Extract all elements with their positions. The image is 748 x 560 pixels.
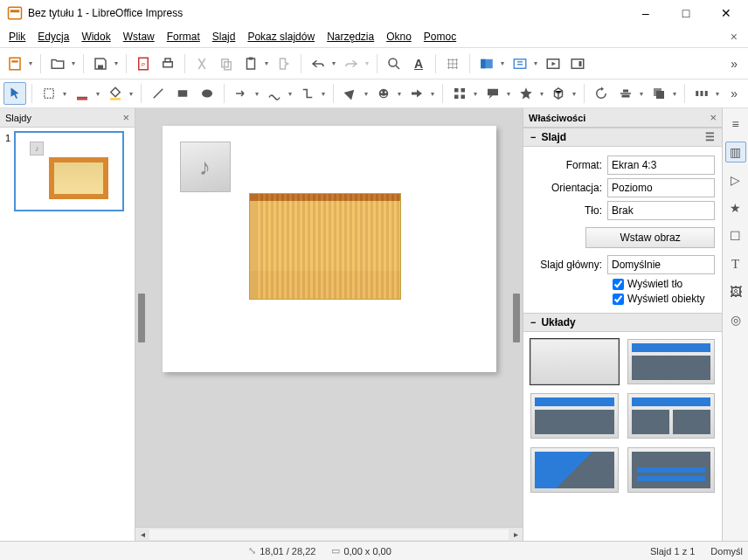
orientation-select[interactable]: Poziomo: [607, 178, 715, 197]
stars-tool[interactable]: ▾: [515, 82, 546, 105]
menu-help[interactable]: Pomoc: [419, 29, 461, 45]
undo-button[interactable]: ▾: [307, 52, 338, 75]
section-slide-header[interactable]: − Slajd ☰: [523, 128, 722, 147]
gutter-right[interactable]: [510, 108, 523, 527]
menu-tools[interactable]: Narzędzia: [322, 29, 379, 45]
export-pdf-button[interactable]: P: [132, 52, 155, 75]
menu-edit[interactable]: Edycja: [32, 29, 74, 45]
select-tool[interactable]: [3, 82, 26, 105]
toolbar-drawing-more[interactable]: »: [724, 83, 745, 104]
display-views-button[interactable]: ▾: [475, 52, 507, 75]
zoom-tool[interactable]: ▾: [38, 82, 69, 105]
new-button[interactable]: ▾: [3, 52, 35, 75]
rotate-tool[interactable]: [590, 82, 613, 105]
format-select[interactable]: Ekran 4:3: [607, 156, 715, 175]
grid-button[interactable]: [441, 52, 464, 75]
menu-format[interactable]: Format: [162, 29, 205, 45]
svg-rect-21: [481, 59, 485, 68]
layout-two-content[interactable]: [627, 393, 716, 439]
svg-rect-25: [579, 61, 582, 66]
cut-button[interactable]: [190, 52, 213, 75]
block-arrows-tool[interactable]: ▾: [405, 82, 437, 105]
rail-sidebar-settings[interactable]: ≡: [725, 114, 746, 135]
slides-panel: Slajdy × 1 ♪: [0, 108, 135, 541]
background-select[interactable]: Brak: [607, 201, 715, 220]
rail-navigator-icon[interactable]: ◎: [725, 309, 746, 330]
copy-button[interactable]: [215, 52, 238, 75]
svg-rect-26: [45, 89, 54, 99]
layout-blank[interactable]: [530, 339, 619, 384]
section-layouts-header[interactable]: − Układy: [523, 313, 722, 332]
show-objects-checkbox[interactable]: [613, 294, 624, 305]
properties-panel-close[interactable]: ×: [710, 111, 717, 124]
start-slideshow-button[interactable]: [542, 52, 564, 75]
redo-button[interactable]: ▾: [340, 52, 371, 75]
layout-title-diag[interactable]: [530, 447, 619, 493]
scroll-right-arrow[interactable]: ▸: [509, 529, 523, 539]
rail-styles-icon[interactable]: T: [725, 253, 746, 274]
rail-properties-icon[interactable]: ▥: [725, 142, 746, 162]
close-button[interactable]: ✕: [706, 0, 746, 26]
distribute-tool[interactable]: ▾: [690, 82, 722, 105]
connector-tool[interactable]: ▾: [296, 82, 328, 105]
gutter-left[interactable]: [135, 108, 148, 527]
show-bg-checkbox[interactable]: [613, 279, 624, 290]
flowchart-tool[interactable]: ▾: [448, 82, 480, 105]
layout-title-content[interactable]: [627, 339, 716, 384]
fill-color-button[interactable]: ▾: [104, 82, 135, 105]
maximize-button[interactable]: □: [666, 0, 706, 26]
align-tool[interactable]: ▾: [614, 82, 646, 105]
scroll-left-arrow[interactable]: ◂: [135, 529, 149, 539]
h-scrollbar[interactable]: ◂ ▸: [135, 527, 523, 541]
find-button[interactable]: [383, 52, 405, 75]
slides-panel-close[interactable]: ×: [122, 111, 129, 124]
menu-insert[interactable]: Wstaw: [118, 29, 160, 45]
arrow-tool[interactable]: ▾: [230, 82, 261, 105]
open-button[interactable]: ▾: [46, 52, 78, 75]
callout-tool[interactable]: ▾: [481, 82, 513, 105]
ellipse-tool[interactable]: [196, 82, 218, 105]
insert-image-button[interactable]: Wstaw obraz: [585, 227, 715, 248]
rail-slide-transition-icon[interactable]: ▷: [725, 169, 746, 190]
menu-slide[interactable]: Slajd: [207, 29, 241, 45]
master-slide-button[interactable]: ▾: [509, 52, 540, 75]
menu-slideshow[interactable]: Pokaz slajdów: [242, 29, 320, 45]
toolbar-more[interactable]: »: [724, 53, 745, 74]
menu-close-doc[interactable]: ×: [724, 28, 745, 45]
line-tool[interactable]: [147, 82, 170, 105]
section-menu-icon[interactable]: ☰: [705, 131, 715, 143]
statusbar: 18,01 / 28,22 0,00 x 0,00 Slajd 1 z 1 Do…: [0, 541, 748, 560]
canvas-scroll[interactable]: ♪: [148, 108, 510, 527]
svg-rect-30: [178, 90, 188, 97]
3d-tool[interactable]: ▾: [548, 82, 579, 105]
menu-window[interactable]: Okno: [381, 29, 417, 45]
line-color-button[interactable]: ▾: [71, 82, 102, 105]
slide-thumbnail[interactable]: ♪: [14, 131, 124, 211]
master-select[interactable]: Domyślnie: [607, 255, 715, 274]
spellcheck-button[interactable]: A: [407, 52, 430, 75]
audio-object[interactable]: ♪: [180, 142, 231, 192]
image-object[interactable]: [250, 194, 400, 299]
layout-title-only[interactable]: [530, 393, 619, 439]
rect-tool[interactable]: [171, 82, 194, 105]
paste-button[interactable]: ▾: [239, 52, 271, 75]
minimize-button[interactable]: –: [626, 0, 666, 26]
symbol-shapes-tool[interactable]: ▾: [372, 82, 404, 105]
basic-shapes-tool[interactable]: ▾: [339, 82, 371, 105]
save-button[interactable]: ▾: [89, 52, 121, 75]
rail-animation-icon[interactable]: ★: [725, 197, 746, 218]
svg-rect-37: [454, 95, 459, 100]
start-from-current-button[interactable]: [566, 52, 589, 75]
rail-master-icon[interactable]: ☐: [725, 225, 746, 246]
rail-gallery-icon[interactable]: 🖼: [725, 281, 746, 302]
curve-tool[interactable]: ▾: [263, 82, 294, 105]
arrange-tool[interactable]: ▾: [648, 82, 679, 105]
clone-formatting-button[interactable]: [273, 52, 295, 75]
layout-centered[interactable]: [627, 447, 716, 493]
print-button[interactable]: [156, 52, 179, 75]
slide-thumb-1[interactable]: 1 ♪: [3, 131, 131, 211]
menu-file[interactable]: Plik: [3, 29, 31, 45]
svg-rect-47: [705, 91, 708, 96]
slide-canvas[interactable]: ♪: [163, 126, 496, 372]
menu-view[interactable]: Widok: [76, 29, 115, 45]
